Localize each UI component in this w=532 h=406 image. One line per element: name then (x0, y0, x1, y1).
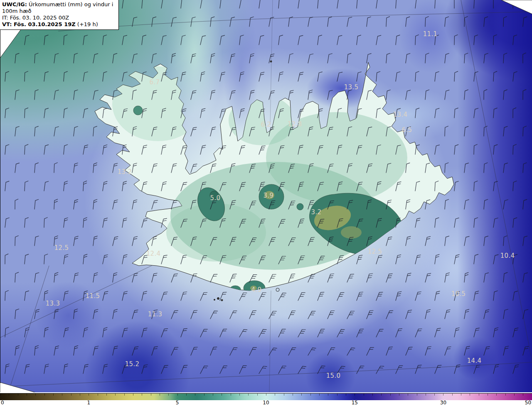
value-label: 6.5 (402, 126, 412, 134)
valid-time: VT: Fös. 03.10.2025 19Z (2, 21, 76, 27)
colorbar-strip: 01510153050 (0, 392, 532, 406)
value-label: 12.8 (288, 120, 302, 128)
value-label: 12.4 (146, 250, 161, 257)
value-label: 14.4 (467, 357, 482, 364)
value-label: 3.9 (264, 192, 274, 199)
value-label: 15.0 (326, 372, 341, 379)
colorbar-ticks (0, 394, 532, 396)
value-label: 10.4 (500, 252, 515, 259)
colorbar-tick-label: 1 (87, 400, 91, 406)
title-line-init: IT: Fös. 03. 10. 2025 00Z (2, 15, 116, 21)
map-area: 13.511.16.212.86.713.46.513.25.03.93.212… (0, 0, 532, 392)
colorbar-tick-label: 0 (1, 400, 4, 406)
title-line-product: UWC/IG: Úrkomumætti (mm) og vindur i 100… (2, 1, 116, 15)
title-line-valid: VT: Fös. 03.10.2025 19Z (+19 h) (2, 21, 116, 28)
model-id: UWC/IG: (2, 1, 27, 7)
valid-offset: (+19 h) (77, 21, 98, 27)
colorbar-tick-label: 50 (525, 400, 531, 406)
colorbar-tick-label: 30 (440, 400, 446, 406)
value-label: 4.9 (251, 286, 262, 293)
colorbar-tick-label: 10 (263, 400, 269, 406)
value-label: 5.0 (210, 194, 221, 202)
weather-map-figure: 13.511.16.212.86.713.46.513.25.03.93.212… (0, 0, 532, 406)
value-label: 6.7 (150, 78, 160, 86)
value-label: 6.2 (261, 121, 271, 128)
value-label: 3.2 (311, 208, 322, 216)
value-label: 13.4 (393, 111, 408, 118)
value-label: 13.2 (118, 168, 132, 176)
value-label: 12.5 (368, 248, 382, 255)
value-label: 10.5 (451, 290, 466, 298)
colorbar-tick-label: 5 (176, 400, 179, 406)
value-label: 15.2 (125, 360, 140, 368)
value-label: 13.5 (344, 83, 359, 91)
value-label: 11.1 (423, 30, 438, 38)
value-label: 13.3 (46, 300, 60, 307)
colorbar-tick-label: 15 (352, 400, 358, 406)
title-box: UWC/IG: Úrkomumætti (mm) og vindur i 100… (0, 0, 119, 30)
value-label-layer: 13.511.16.212.86.713.46.513.25.03.93.212… (0, 0, 532, 392)
value-label: 11.3 (148, 311, 163, 318)
value-label: 12.5 (54, 244, 69, 252)
value-label: 11.5 (86, 292, 100, 300)
